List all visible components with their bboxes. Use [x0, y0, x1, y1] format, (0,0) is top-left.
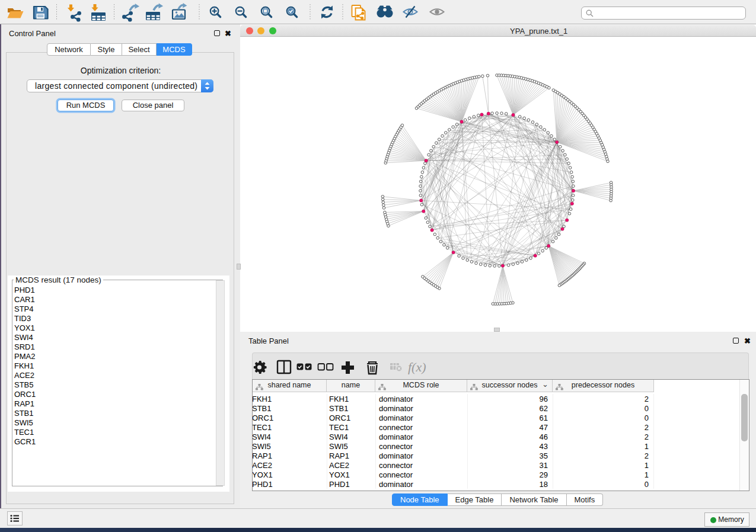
- svg-text:f(x): f(x): [408, 360, 426, 374]
